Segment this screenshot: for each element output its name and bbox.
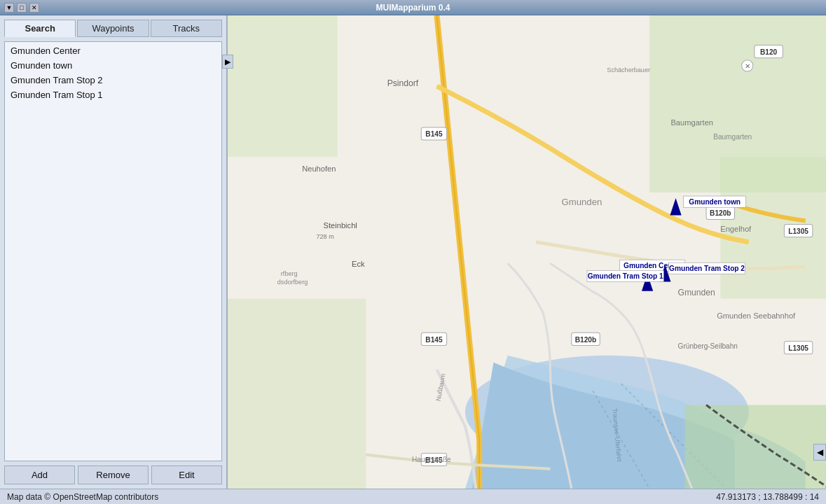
titlebar: ▼ □ ✕ MUIMapparium 0.4: [0, 0, 826, 15]
svg-text:dsdorfberg: dsdorfberg: [277, 279, 308, 286]
tab-waypoints[interactable]: Waypoints: [77, 20, 149, 37]
title-close-btn[interactable]: ✕: [29, 3, 39, 13]
svg-text:Eck: Eck: [352, 260, 365, 268]
list-item[interactable]: Gmunden Tram Stop 2: [5, 73, 221, 88]
tab-bar: Search Waypoints Tracks: [4, 20, 222, 37]
svg-text:Gmunden Tram Stop 1: Gmunden Tram Stop 1: [588, 272, 663, 280]
map-area[interactable]: B145 B145 B145 B120b B120b B120: [228, 15, 826, 489]
svg-text:Psindorf: Psindorf: [387, 78, 419, 88]
svg-text:Gmunden town: Gmunden town: [689, 198, 741, 206]
svg-text:Neuhofen: Neuhofen: [302, 164, 336, 173]
svg-rect-4: [228, 15, 338, 157]
svg-text:Schächerbauer: Schächerbauer: [607, 66, 650, 74]
list-item[interactable]: Gmunden Center: [5, 43, 221, 58]
svg-text:B120b: B120b: [710, 209, 731, 217]
map-collapse-btn[interactable]: ◀: [813, 444, 826, 461]
svg-text:Gmunden: Gmunden: [562, 197, 603, 207]
svg-text:✕: ✕: [745, 62, 750, 70]
coordinates: 47.913173 ; 13.788499 : 14: [716, 492, 819, 502]
list-item[interactable]: Gmunden Tram Stop 1: [5, 88, 221, 102]
svg-text:Steinbichl: Steinbichl: [324, 221, 357, 230]
svg-text:Hauptstraße: Hauptstraße: [412, 456, 451, 463]
sidebar: Search Waypoints Tracks Gmunden Center G…: [0, 15, 228, 489]
action-buttons: Add Remove Edit: [4, 465, 222, 484]
list-item[interactable]: Gmunden town: [5, 58, 221, 73]
svg-text:Gmunden: Gmunden: [678, 288, 715, 298]
svg-text:B120: B120: [760, 48, 778, 56]
tab-tracks[interactable]: Tracks: [151, 20, 222, 37]
svg-text:B120b: B120b: [575, 336, 596, 344]
svg-text:Grünberg-Seilbahn: Grünberg-Seilbahn: [678, 342, 738, 350]
svg-text:rfberg: rfberg: [281, 270, 298, 277]
edit-button[interactable]: Edit: [151, 465, 222, 484]
svg-text:L1305: L1305: [788, 344, 808, 352]
map-credit: Map data © OpenStreetMap contributors: [7, 492, 158, 502]
svg-rect-7: [685, 405, 826, 489]
svg-text:B145: B145: [425, 130, 443, 138]
svg-text:728 m: 728 m: [316, 233, 333, 240]
svg-text:Baumgarten: Baumgarten: [670, 118, 713, 127]
title-minimize-btn[interactable]: ▼: [4, 3, 14, 13]
svg-text:Gmunden Seebahnhof: Gmunden Seebahnhof: [717, 312, 796, 320]
tab-search[interactable]: Search: [4, 20, 76, 37]
add-button[interactable]: Add: [4, 465, 75, 484]
remove-button[interactable]: Remove: [78, 465, 149, 484]
svg-rect-8: [228, 299, 366, 489]
svg-text:Baumgarten: Baumgarten: [713, 133, 752, 141]
svg-text:Gmunden Tram Stop 2: Gmunden Tram Stop 2: [669, 265, 745, 272]
title-maximize-btn[interactable]: □: [17, 3, 27, 13]
svg-text:L1305: L1305: [788, 227, 808, 235]
statusbar: Map data © OpenStreetMap contributors 47…: [0, 489, 826, 504]
collapse-sidebar-btn[interactable]: ▶: [222, 55, 233, 69]
waypoints-list: Gmunden Center Gmunden town Gmunden Tram…: [4, 41, 222, 461]
svg-text:Engelhof: Engelhof: [720, 225, 752, 233]
svg-text:B145: B145: [425, 336, 443, 344]
app-title: MUIMapparium 0.4: [46, 3, 780, 13]
map-canvas: B145 B145 B145 B120b B120b B120: [228, 15, 826, 489]
